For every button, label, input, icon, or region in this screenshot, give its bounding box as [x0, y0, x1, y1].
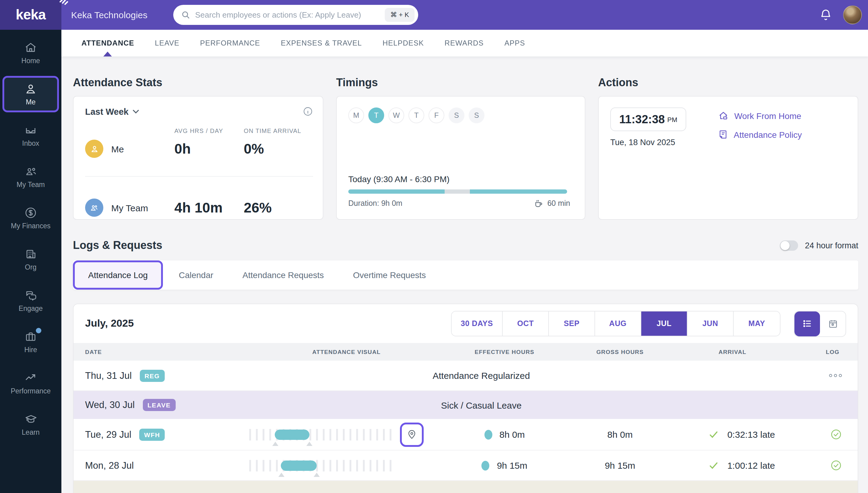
- user-avatar[interactable]: [843, 5, 862, 24]
- table-row[interactable]: Sun, 27 Jul W.OFF Full day Weekly off: [74, 481, 858, 493]
- range-may[interactable]: MAY: [734, 312, 780, 336]
- range-oct[interactable]: OCT: [503, 312, 549, 336]
- location-pin-icon: [407, 429, 416, 440]
- sidebar-item-learn[interactable]: Learn: [0, 404, 61, 445]
- tab-leave[interactable]: LEAVE: [145, 30, 190, 57]
- attendance-stats-title: Attendance Stats: [73, 77, 323, 89]
- table-row[interactable]: Mon, 28 Jul 9h 15m 9h 15m 1:00:12 late: [74, 450, 858, 481]
- on-time-header: ON TIME ARRIVAL: [244, 127, 302, 134]
- sidebar-item-performance[interactable]: Performance: [0, 362, 61, 404]
- attendance-policy-link[interactable]: Attendance Policy: [718, 129, 802, 140]
- global-search[interactable]: ⌘ + K: [173, 5, 418, 25]
- range-jun[interactable]: JUN: [687, 312, 734, 336]
- timings-title: Timings: [336, 77, 585, 89]
- log-complete-icon[interactable]: [830, 429, 842, 440]
- col-gross-hours: GROSS HOURS: [565, 348, 675, 355]
- tab-helpdesk[interactable]: HELPDESK: [372, 30, 434, 57]
- calendar-view-button[interactable]: [820, 311, 846, 336]
- arrival-time: 0:32:13 late: [727, 429, 775, 440]
- list-view-icon: [802, 318, 813, 329]
- attendance-visual: [249, 419, 444, 450]
- sidebar-item-my-team[interactable]: My Team: [0, 156, 61, 197]
- people-icon: [24, 165, 37, 178]
- me-on-time: 0%: [244, 141, 264, 156]
- row-status-text: Sick / Casual Leave: [441, 400, 522, 410]
- info-icon[interactable]: [303, 106, 313, 116]
- range-jul-active[interactable]: JUL: [641, 312, 687, 336]
- coffee-cup-icon: [534, 198, 544, 208]
- clock-out-marker: [306, 442, 312, 446]
- gross-hours: 9h 15m: [565, 460, 675, 471]
- day-chip-sat[interactable]: S: [449, 107, 464, 123]
- policy-document-icon: [718, 129, 728, 140]
- tab-calendar[interactable]: Calendar: [164, 260, 228, 290]
- sidebar-item-me[interactable]: Me: [2, 76, 59, 112]
- range-sep[interactable]: SEP: [549, 312, 595, 336]
- arrival-check-icon: [709, 462, 718, 469]
- 24h-format-label: 24 hour format: [805, 241, 858, 250]
- sidebar-item-hire[interactable]: Hire: [0, 321, 61, 362]
- tab-attendance[interactable]: ATTENDANCE: [71, 30, 145, 57]
- search-shortcut-chip: ⌘ + K: [385, 8, 415, 22]
- effective-hours: 9h 15m: [497, 460, 527, 471]
- module-nav: ATTENDANCE LEAVE PERFORMANCE EXPENSES & …: [61, 30, 868, 57]
- tab-performance[interactable]: PERFORMANCE: [190, 30, 270, 57]
- tab-overtime-requests[interactable]: Overtime Requests: [339, 260, 441, 290]
- clock-in-marker: [272, 442, 278, 446]
- live-clock: 11:32:38 PM: [610, 107, 686, 131]
- range-aug[interactable]: AUG: [595, 312, 641, 336]
- app-window: keka Keka Technologies ⌘ + K ATTENDANCE …: [0, 0, 868, 493]
- notifications-bell-icon[interactable]: [820, 8, 832, 21]
- briefcase-icon: [24, 330, 37, 343]
- month-title: July, 2025: [85, 318, 134, 330]
- table-row[interactable]: Thu, 31 Jul REG Attendance Regularized: [74, 361, 858, 391]
- sidebar-item-my-finances[interactable]: My Finances: [0, 197, 61, 239]
- row-menu-icon[interactable]: [829, 374, 842, 377]
- sidebar-item-engage[interactable]: Engage: [0, 280, 61, 321]
- duration-label: Duration: 9h 0m: [348, 199, 402, 208]
- trend-icon: [24, 371, 37, 384]
- tab-attendance-requests[interactable]: Attendance Requests: [228, 260, 339, 290]
- day-chip-sun[interactable]: S: [469, 107, 484, 123]
- table-row[interactable]: Tue, 29 Jul WFH 8h 0m: [74, 419, 858, 450]
- attendance-visual: [249, 450, 444, 480]
- 24h-format-toggle[interactable]: [780, 240, 798, 251]
- day-chip-fri[interactable]: F: [428, 107, 444, 123]
- shift-progress-bar: [348, 189, 567, 194]
- sidebar-item-inbox[interactable]: Inbox: [0, 115, 61, 156]
- col-date: DATE: [85, 348, 249, 355]
- attendance-stats-card: Last Week Me AVG HRS / DAY 0h: [73, 96, 323, 220]
- leave-badge: LEAVE: [143, 399, 175, 411]
- period-dropdown[interactable]: Last Week: [85, 107, 140, 116]
- sidebar-item-home[interactable]: Home: [0, 32, 61, 73]
- person-icon: [24, 83, 37, 95]
- table-row[interactable]: Wed, 30 Jul LEAVE Sick / Casual Leave: [74, 391, 858, 419]
- tab-apps[interactable]: APPS: [494, 30, 536, 57]
- logo-rays-icon: [59, 0, 69, 5]
- keka-logo[interactable]: keka: [0, 0, 61, 30]
- tab-attendance-log[interactable]: Attendance Log: [73, 260, 163, 290]
- day-chip-tue-active[interactable]: T: [368, 107, 384, 123]
- log-complete-icon[interactable]: [830, 459, 842, 471]
- graduation-cap-icon: [24, 413, 37, 426]
- list-view-button[interactable]: [794, 311, 820, 336]
- week-day-chips: M T W T F S S: [337, 97, 585, 123]
- location-pin-highlight[interactable]: [400, 422, 424, 447]
- actions-card: 11:32:38 PM Tue, 18 Nov 2025 Work From H…: [598, 96, 858, 220]
- me-avatar: [85, 140, 103, 158]
- range-30-days[interactable]: 30 DAYS: [452, 312, 503, 336]
- sidebar: Home Me Inbox My Team My Finances Org En…: [0, 30, 61, 493]
- sidebar-item-org[interactable]: Org: [0, 239, 61, 280]
- day-chip-mon[interactable]: M: [348, 107, 364, 123]
- dollar-circle-icon: [24, 207, 37, 219]
- team-avg-hours: 4h 10m: [175, 199, 223, 215]
- home-icon: [24, 41, 37, 54]
- work-from-home-link[interactable]: Work From Home: [718, 110, 802, 122]
- tab-expenses-travel[interactable]: EXPENSES & TRAVEL: [270, 30, 372, 57]
- tab-rewards[interactable]: REWARDS: [434, 30, 494, 57]
- search-input[interactable]: [195, 10, 385, 19]
- search-icon: [181, 10, 190, 19]
- day-chip-thu[interactable]: T: [408, 107, 424, 123]
- wfh-badge: WFH: [139, 428, 165, 441]
- day-chip-wed[interactable]: W: [388, 107, 404, 123]
